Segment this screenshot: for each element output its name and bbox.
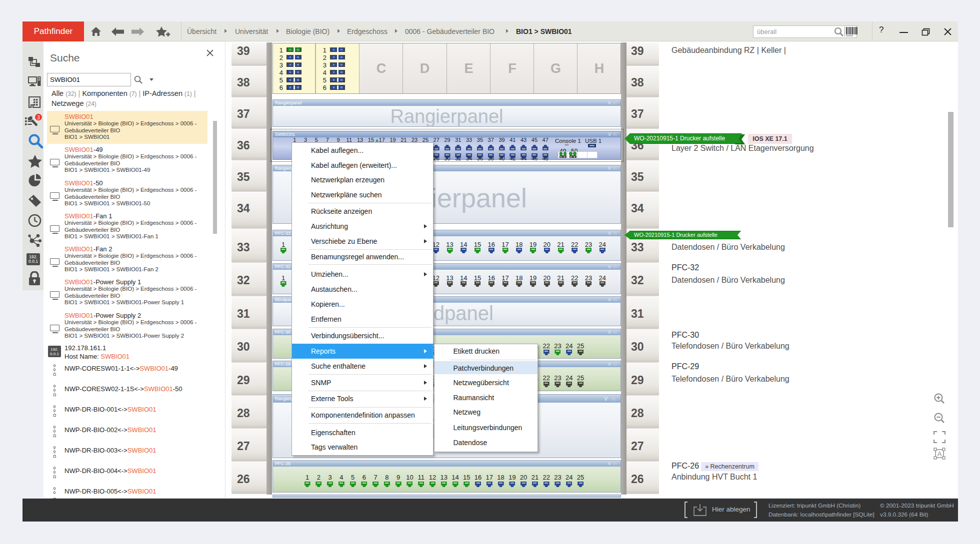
svg-text:A: A: [938, 450, 942, 458]
svg-text:3: 3: [37, 114, 40, 120]
